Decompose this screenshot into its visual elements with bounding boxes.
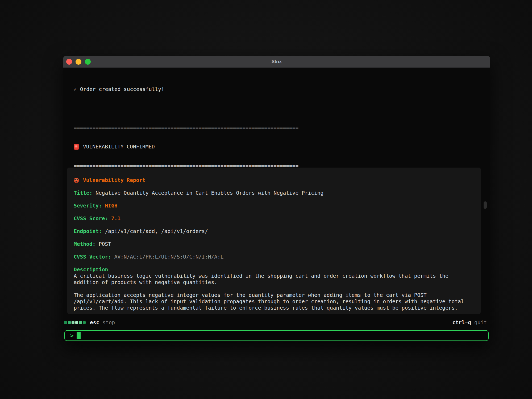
report-field-method: Method: POST: [74, 241, 474, 247]
esc-action-label: stop: [102, 319, 115, 326]
scrollbar-thumb[interactable]: [484, 201, 487, 209]
endpoint-value: /api/v1/cart/add, /api/v1/orders/: [105, 228, 208, 235]
vulnerability-confirmed-text: VULNERABILITY CONFIRMED: [83, 144, 155, 150]
command-input[interactable]: >: [64, 330, 489, 341]
strix-terminal-window: Strix ✓Order created successfully! =====…: [63, 56, 490, 342]
report-heading-row: Vulnerability Report: [74, 177, 474, 184]
separator-line: ========================================…: [74, 124, 481, 131]
cvss-score-value: 7.1: [111, 215, 120, 222]
method-value: POST: [99, 241, 111, 247]
order-success-text: Order created successfully!: [80, 86, 164, 93]
activity-dot: [83, 321, 86, 324]
report-heading: Vulnerability Report: [83, 177, 146, 184]
minimize-button[interactable]: [76, 59, 81, 65]
maximize-button[interactable]: [85, 59, 91, 65]
description-paragraph-2: The application accepts negative integer…: [74, 292, 474, 311]
close-button[interactable]: [66, 59, 72, 65]
quit-action-label: quit: [474, 319, 487, 326]
severity-value: HIGH: [105, 203, 117, 209]
status-bar: esc stop ctrl–q quit: [64, 319, 487, 326]
bug-icon: [74, 178, 79, 183]
window-titlebar[interactable]: Strix: [63, 56, 490, 68]
cvss-vector-value: AV:N/AC:L/PR:L/UI:N/S:U/C:N/I:H/A:L: [114, 254, 224, 260]
quit-key-hint: ctrl–q: [452, 319, 471, 326]
report-field-cvss-vector: CVSS Vector: AV:N/AC:L/PR:L/UI:N/S:U/C:N…: [74, 254, 474, 260]
traffic-lights: [66, 56, 91, 68]
report-field-cvss-score: CVSS Score: 7.1: [74, 215, 474, 222]
vulnerability-report-panel: Vulnerability Report Title: Negative Qua…: [67, 168, 481, 314]
check-icon: ✓: [74, 86, 77, 93]
activity-dots: [64, 321, 86, 324]
activity-dot: [68, 321, 71, 324]
prompt-symbol: >: [70, 332, 74, 339]
siren-icon: [74, 144, 79, 150]
esc-key-hint: esc: [90, 319, 99, 326]
vulnerability-confirmed-line: VULNERABILITY CONFIRMED: [74, 144, 481, 150]
description-paragraph-1: A critical business logic vulnerability …: [74, 273, 474, 286]
text-cursor: [77, 332, 81, 339]
activity-dot: [75, 321, 78, 324]
window-title: Strix: [272, 59, 282, 64]
title-value: [92, 190, 95, 196]
order-success-line: ✓Order created successfully!: [74, 86, 481, 93]
activity-dot: [79, 321, 82, 324]
description-heading: Description: [74, 267, 474, 273]
report-field-severity: Severity: HIGH: [74, 203, 474, 209]
activity-dot: [64, 321, 67, 324]
activity-dot: [72, 321, 74, 324]
report-field-title: Title: Negative Quantity Acceptance in C…: [74, 190, 474, 196]
report-field-endpoint: Endpoint: /api/v1/cart/add, /api/v1/orde…: [74, 228, 474, 235]
